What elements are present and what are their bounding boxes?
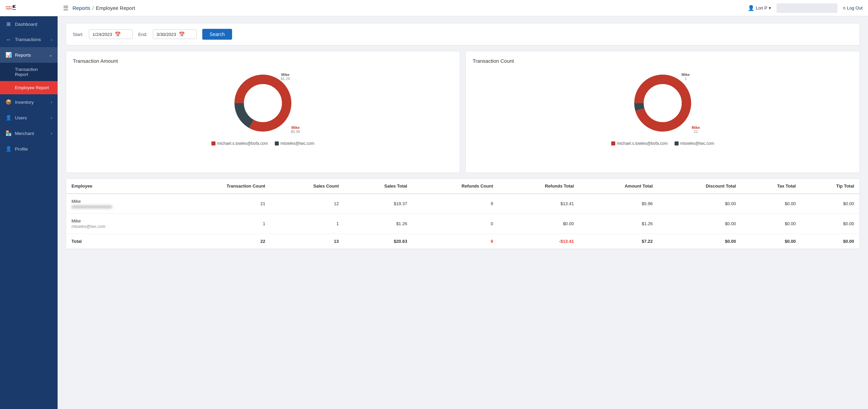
legend-dot-bofa-count (611, 141, 615, 145)
report-table: Employee Transaction Count Sales Count S… (66, 179, 860, 249)
end-date-input[interactable]: 3/30/2023 📅 (153, 30, 197, 39)
table-header: Employee Transaction Count Sales Count S… (66, 179, 860, 194)
cell-refunds-total: $13.41 (498, 194, 579, 214)
reports-icon: 📊 (5, 52, 12, 58)
logo-area: BANK OF AMERICA (5, 4, 63, 12)
svg-point-14 (644, 84, 682, 122)
user-label: Lori P (756, 5, 767, 11)
reports-submenu: Transaction Report Employee Report (0, 63, 58, 94)
user-icon: 👤 (748, 5, 755, 11)
sidebar: ⊞ Dashboard ↔ Transactions › 📊 Reports ⌄… (0, 16, 58, 409)
col-sales-count: Sales Count (271, 179, 344, 194)
cell-tax-total: $0.00 (741, 194, 801, 214)
col-discount-total: Discount Total (658, 179, 742, 194)
cell-refunds-count: 0 (413, 214, 499, 234)
chart-count-title: Transaction Count (473, 58, 853, 64)
employee-email-blurred (71, 205, 112, 209)
employee-name: Mike (71, 199, 165, 204)
table-row: Mike mtowles@twc.com 1 1 $1.26 0 $0.00 $… (66, 214, 860, 234)
user-info[interactable]: 👤 Lori P ▾ (748, 5, 771, 11)
cell-tip-total: $0.00 (801, 194, 860, 214)
cell-employee: Mike (66, 194, 170, 214)
breadcrumb-reports[interactable]: Reports (73, 5, 90, 11)
legend-item-twc: mtowles@twc.com (275, 141, 314, 146)
cell-sales-count: 12 (271, 194, 344, 214)
cell-total-label: Total (66, 234, 170, 249)
col-refunds-total: Refunds Total (498, 179, 579, 194)
cell-tax-total: $0.00 (741, 214, 801, 234)
main-content: Start: 1/24/2023 📅 End: 3/30/2023 📅 Sear… (58, 16, 868, 409)
logout-label: Log Out (847, 5, 863, 11)
merchant-icon: 🏪 (5, 130, 12, 136)
legend-item-bofa-count: michael.s.towles@bofa.com (611, 141, 668, 146)
sidebar-item-merchant[interactable]: 🏪 Merchant › (0, 125, 58, 141)
sidebar-item-transactions[interactable]: ↔ Transactions › (0, 32, 58, 47)
col-employee: Employee (66, 179, 170, 194)
sidebar-subitem-transaction-report[interactable]: Transaction Report (0, 63, 58, 81)
transactions-icon: ↔ (5, 37, 12, 42)
sidebar-item-inventory[interactable]: 📦 Inventory › (0, 94, 58, 110)
chevron-down-icon: ⌄ (49, 53, 52, 57)
col-tax-total: Tax Total (741, 179, 801, 194)
col-tip-total: Tip Total (801, 179, 860, 194)
chart-count-label-top: Mike 1 (682, 73, 690, 81)
cell-tip-total: $0.00 (801, 214, 860, 234)
sidebar-item-profile[interactable]: 👤 Profile (0, 141, 58, 157)
sidebar-item-dashboard[interactable]: ⊞ Dashboard (0, 16, 58, 32)
end-label: End: (138, 32, 147, 37)
col-sales-total: Sales Total (344, 179, 413, 194)
legend-dot-twc-count (675, 141, 679, 145)
sidebar-item-label: Reports (15, 53, 31, 58)
hamburger-icon[interactable]: ☰ (63, 4, 68, 12)
start-date-value: 1/24/2023 (92, 32, 112, 37)
table-row: Mike 21 12 $19.37 9 $13.41 $5.96 $0.00 $… (66, 194, 860, 214)
chart-count-area: Mike 1 Mike 21 (473, 69, 853, 146)
filter-bar: Start: 1/24/2023 📅 End: 3/30/2023 📅 Sear… (66, 23, 860, 45)
chart-amount-area: Mike $1.26 Mike $5 (73, 69, 453, 146)
transaction-report-label: Transaction Report (15, 67, 52, 77)
users-icon: 👤 (5, 115, 12, 121)
header-right: 👤 Lori P ▾ ⎋ Log Out (748, 3, 863, 13)
sidebar-subitem-employee-report[interactable]: Employee Report (0, 81, 58, 94)
search-button[interactable]: Search (202, 29, 232, 40)
cell-discount-total: $0.00 (658, 194, 742, 214)
legend-dot-twc (275, 141, 279, 145)
col-refunds-count: Refunds Count (413, 179, 499, 194)
employee-email: mtowles@twc.com (71, 224, 165, 229)
cell-sales-total: $1.26 (344, 214, 413, 234)
logout-button[interactable]: ⎋ Log Out (843, 5, 863, 11)
legend-item-twc-count: mtowles@twc.com (675, 141, 714, 146)
app-body: ⊞ Dashboard ↔ Transactions › 📊 Reports ⌄… (0, 16, 868, 409)
top-header: BANK OF AMERICA ☰ Reports / Employee Rep… (0, 0, 868, 16)
svg-rect-8 (13, 5, 15, 8)
sidebar-item-users[interactable]: 👤 Users › (0, 110, 58, 125)
end-date-value: 3/30/2023 (157, 32, 176, 37)
donut-count: Mike 1 Mike 21 (629, 69, 697, 137)
chart-count-legend: michael.s.towles@bofa.com mtowles@twc.co… (611, 141, 714, 146)
sidebar-item-label: Profile (15, 147, 28, 152)
cell-total-sales-total: $20.63 (344, 234, 413, 249)
breadcrumb-separator: / (92, 5, 94, 11)
dashboard-icon: ⊞ (5, 21, 12, 27)
cell-total-amount-total: $7.22 (579, 234, 658, 249)
svg-text:AMERICA: AMERICA (6, 8, 14, 10)
legend-item-bofa: michael.s.towles@bofa.com (211, 141, 268, 146)
col-transaction-count: Transaction Count (170, 179, 271, 194)
cell-discount-total: $0.00 (658, 214, 742, 234)
cell-sales-total: $19.37 (344, 194, 413, 214)
cell-amount-total: $5.96 (579, 194, 658, 214)
charts-row: Transaction Amount Mike $1.26 (66, 51, 860, 173)
chevron-right-icon: › (51, 38, 52, 42)
cell-transaction-count: 1 (170, 214, 271, 234)
chart-amount-title: Transaction Amount (73, 58, 453, 64)
sidebar-item-reports[interactable]: 📊 Reports ⌄ (0, 47, 58, 63)
chart-amount-legend: michael.s.towles@bofa.com mtowles@twc.co… (211, 141, 314, 146)
chevron-right-icon: › (51, 116, 52, 120)
table-body: Mike 21 12 $19.37 9 $13.41 $5.96 $0.00 $… (66, 194, 860, 249)
svg-point-11 (244, 84, 282, 122)
start-date-input[interactable]: 1/24/2023 📅 (89, 30, 133, 39)
cell-sales-count: 1 (271, 214, 344, 234)
legend-dot-bofa (211, 141, 215, 145)
chart-amount-label-bottom: Mike $5.96 (291, 125, 300, 134)
transaction-count-chart: Transaction Count Mike 1 (466, 51, 860, 173)
